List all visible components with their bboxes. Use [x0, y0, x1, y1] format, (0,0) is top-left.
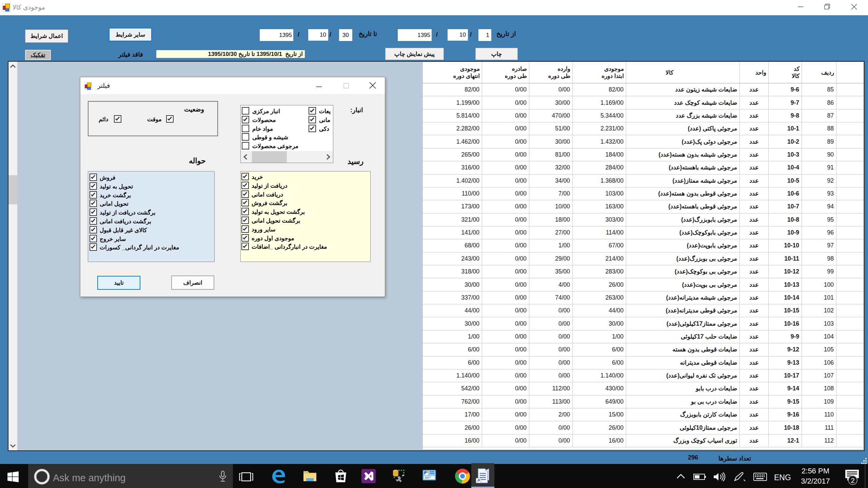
svg-text:2: 2 [851, 476, 855, 484]
